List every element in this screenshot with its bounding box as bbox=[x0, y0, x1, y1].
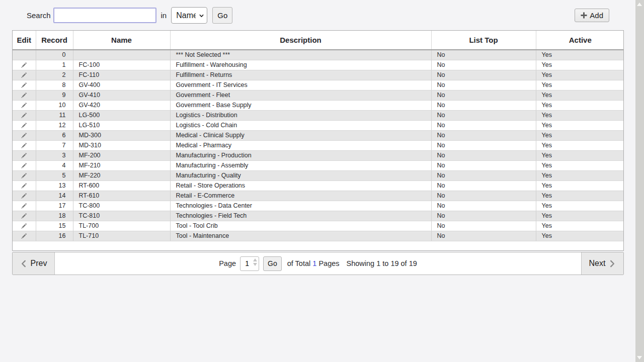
column-header-edit: Edit bbox=[13, 31, 36, 50]
name-cell: TC-810 bbox=[73, 211, 170, 221]
edit-pencil-icon[interactable] bbox=[20, 71, 28, 79]
active-cell: Yes bbox=[536, 130, 624, 140]
spinner-up-icon[interactable] bbox=[253, 258, 257, 261]
active-cell: Yes bbox=[536, 120, 624, 130]
list-top-cell: No bbox=[431, 201, 536, 211]
search-field-select[interactable]: Name bbox=[171, 7, 207, 24]
scrollbar-up-icon[interactable] bbox=[637, 3, 642, 6]
prev-page-button[interactable]: Prev bbox=[13, 252, 55, 275]
record-cell: 0 bbox=[36, 50, 73, 60]
table-row: 11 LG-500 Logistics - Distribution No Ye… bbox=[13, 110, 624, 120]
add-button-label: Add bbox=[590, 11, 603, 20]
description-cell: Government - Base Supply bbox=[170, 100, 431, 110]
table-header-row: Edit Record Name Description List Top Ac… bbox=[13, 31, 624, 50]
edit-pencil-icon[interactable] bbox=[20, 92, 28, 99]
description-cell: Retail - E-Commerce bbox=[170, 191, 431, 201]
record-cell: 12 bbox=[36, 120, 73, 130]
edit-pencil-icon[interactable] bbox=[20, 232, 28, 240]
list-top-cell: No bbox=[431, 221, 536, 231]
pagination-bar: Prev Page Go of Total 1 Pages Showing 1 … bbox=[12, 252, 624, 275]
search-label: Search bbox=[27, 11, 51, 20]
chevron-left-icon bbox=[20, 260, 27, 267]
active-cell: Yes bbox=[536, 191, 624, 201]
edit-pencil-icon[interactable] bbox=[20, 172, 28, 179]
description-cell: Tool - Maintenance bbox=[170, 231, 431, 241]
list-top-cell: No bbox=[431, 90, 536, 100]
list-top-cell: No bbox=[431, 231, 536, 241]
name-cell: LG-510 bbox=[73, 120, 170, 130]
table-row: 16 TL-710 Tool - Maintenance No Yes bbox=[13, 231, 624, 241]
list-top-cell: No bbox=[431, 60, 536, 70]
edit-pencil-icon[interactable] bbox=[20, 81, 28, 89]
pages-label: Pages bbox=[318, 259, 339, 267]
record-cell: 14 bbox=[36, 191, 73, 201]
list-top-cell: No bbox=[431, 170, 536, 180]
edit-pencil-icon[interactable] bbox=[20, 222, 28, 230]
name-cell: TC-800 bbox=[73, 201, 170, 211]
scrollbar-down-icon[interactable] bbox=[637, 356, 642, 359]
active-cell: Yes bbox=[536, 140, 624, 150]
search-go-button[interactable]: Go bbox=[212, 7, 232, 24]
edit-pencil-icon[interactable] bbox=[20, 122, 28, 129]
showing-range-text: Showing 1 to 19 of 19 bbox=[347, 259, 417, 267]
active-cell: Yes bbox=[536, 221, 624, 231]
table-row: 8 GV-400 Government - IT Services No Yes bbox=[13, 80, 624, 90]
column-header-list-top: List Top bbox=[431, 31, 536, 50]
name-cell: MF-220 bbox=[73, 170, 170, 180]
next-page-button[interactable]: Next bbox=[581, 252, 623, 275]
list-top-cell: No bbox=[431, 50, 536, 60]
vertical-scrollbar[interactable] bbox=[635, 0, 644, 362]
total-pages-text: of Total 1 Pages bbox=[287, 259, 340, 267]
name-cell: MF-210 bbox=[73, 160, 170, 170]
edit-pencil-icon[interactable] bbox=[20, 132, 28, 139]
edit-pencil-icon[interactable] bbox=[20, 61, 28, 69]
active-cell: Yes bbox=[536, 170, 624, 180]
name-cell: GV-400 bbox=[73, 80, 170, 90]
active-cell: Yes bbox=[536, 100, 624, 110]
active-cell: Yes bbox=[536, 80, 624, 90]
records-table: Edit Record Name Description List Top Ac… bbox=[12, 30, 624, 251]
add-button[interactable]: Add bbox=[575, 9, 609, 22]
edit-pencil-icon[interactable] bbox=[20, 182, 28, 190]
edit-pencil-icon[interactable] bbox=[20, 162, 28, 169]
record-cell: 13 bbox=[36, 180, 73, 191]
record-cell: 18 bbox=[36, 211, 73, 221]
list-top-cell: No bbox=[431, 140, 536, 150]
column-header-description: Description bbox=[170, 31, 431, 50]
edit-pencil-icon[interactable] bbox=[20, 212, 28, 220]
list-top-cell: No bbox=[431, 120, 536, 130]
table-row: 12 LG-510 Logistics - Cold Chain No Yes bbox=[13, 120, 624, 130]
edit-pencil-icon[interactable] bbox=[20, 202, 28, 210]
description-cell: Fulfillment - Returns bbox=[170, 70, 431, 80]
spinner-down-icon[interactable] bbox=[253, 263, 257, 266]
active-cell: Yes bbox=[536, 110, 624, 120]
description-cell: Logistics - Distribution bbox=[170, 110, 431, 120]
edit-pencil-icon[interactable] bbox=[20, 192, 28, 200]
chevron-right-icon bbox=[609, 260, 616, 267]
table-row: 2 FC-110 Fulfillment - Returns No Yes bbox=[13, 70, 624, 80]
description-cell: Manufacturing - Assembly bbox=[170, 160, 431, 170]
description-cell: Tool - Tool Crib bbox=[170, 221, 431, 231]
record-cell: 6 bbox=[36, 130, 73, 140]
active-cell: Yes bbox=[536, 201, 624, 211]
description-cell: Fulfillment - Warehousing bbox=[170, 60, 431, 70]
table-row: 0 *** Not Selected *** No Yes bbox=[13, 50, 624, 60]
search-in-label: in bbox=[161, 11, 167, 20]
edit-pencil-icon[interactable] bbox=[20, 152, 28, 159]
name-cell: TL-700 bbox=[73, 221, 170, 231]
record-cell: 9 bbox=[36, 90, 73, 100]
name-cell bbox=[73, 50, 170, 60]
pagination-controls: Page Go of Total 1 Pages Showing 1 to 19… bbox=[55, 252, 581, 275]
description-cell: Manufacturing - Quality bbox=[170, 170, 431, 180]
search-input[interactable] bbox=[53, 8, 156, 23]
record-cell: 7 bbox=[36, 140, 73, 150]
edit-pencil-icon[interactable] bbox=[20, 142, 28, 149]
description-cell: Technologies - Field Tech bbox=[170, 211, 431, 221]
page-input-spinner[interactable] bbox=[253, 258, 257, 266]
description-cell: Technologies - Data Center bbox=[170, 201, 431, 211]
page-go-button[interactable]: Go bbox=[263, 256, 282, 271]
edit-pencil-icon[interactable] bbox=[20, 102, 28, 109]
active-cell: Yes bbox=[536, 160, 624, 170]
list-top-cell: No bbox=[431, 80, 536, 90]
edit-pencil-icon[interactable] bbox=[20, 112, 28, 119]
